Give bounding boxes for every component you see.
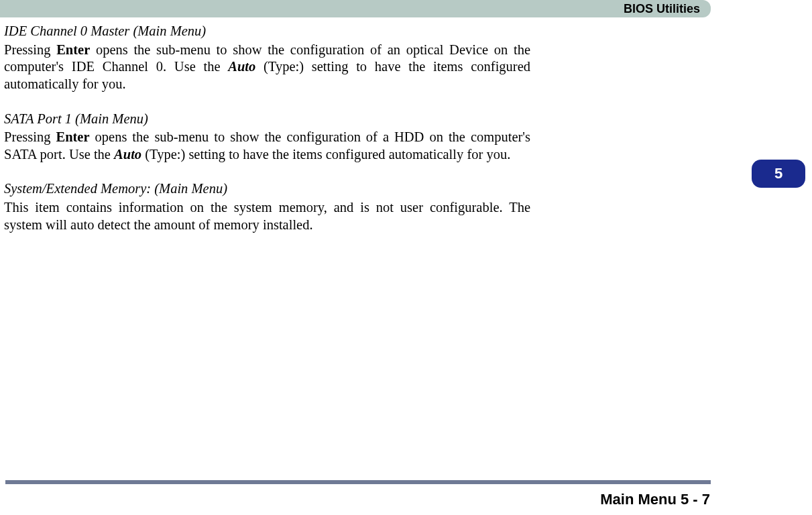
spacer [4,93,530,111]
footer-text: Main Menu 5 - 7 [600,491,710,508]
section-paragraph-sata: Pressing Enter opens the sub-menu to sho… [4,129,530,163]
header-title: BIOS Utilities [624,0,700,17]
text-bolditalic-auto: Auto [114,147,141,162]
header-bar: BIOS Utilities [0,0,711,17]
section-heading-sata: SATA Port 1 (Main Menu) [4,111,530,128]
section-heading-ide: IDE Channel 0 Master (Main Menu) [4,23,530,40]
page: BIOS Utilities 5 IDE Channel 0 Master (M… [0,0,812,515]
chapter-tab: 5 [752,160,805,188]
footer-rule [5,480,711,484]
section-heading-memory: System/Extended Memory: (Main Menu) [4,180,530,198]
text-fragment: (Type:) setting to have the items config… [141,147,510,162]
chapter-number: 5 [774,165,782,182]
section-paragraph-memory: This item contains information on the sy… [4,199,530,233]
text-fragment: This item contains information on the sy… [4,200,530,232]
text-fragment: Pressing [4,129,56,144]
content-area: IDE Channel 0 Master (Main Menu) Pressin… [4,23,530,233]
text-bold-enter: Enter [56,42,90,57]
section-paragraph-ide: Pressing Enter opens the sub-menu to sho… [4,42,530,93]
text-bold-enter: Enter [56,129,89,144]
spacer [4,163,530,180]
text-fragment: Pressing [4,42,56,57]
text-bolditalic-auto: Auto [228,59,255,74]
